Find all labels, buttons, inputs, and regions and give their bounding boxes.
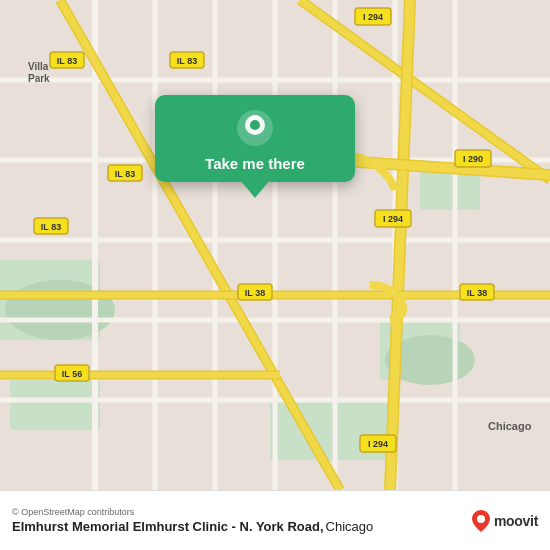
svg-point-2 <box>5 280 115 340</box>
svg-text:IL 38: IL 38 <box>245 288 265 298</box>
svg-text:I 290: I 290 <box>463 154 483 164</box>
bottom-bar: © OpenStreetMap contributors Elmhurst Me… <box>0 490 550 550</box>
take-me-there-button[interactable]: Take me there <box>205 155 305 172</box>
moovit-pin-icon <box>472 510 490 532</box>
moovit-label: moovit <box>494 513 538 529</box>
svg-text:I 294: I 294 <box>363 12 383 22</box>
svg-text:IL 38: IL 38 <box>467 288 487 298</box>
svg-point-61 <box>477 515 485 523</box>
svg-text:I 294: I 294 <box>368 439 388 449</box>
svg-rect-6 <box>10 380 100 430</box>
svg-text:IL 83: IL 83 <box>177 56 197 66</box>
map-area: IL 83 IL 83 IL 83 IL 83 IL 38 IL 38 IL 5… <box>0 0 550 490</box>
location-name: Elmhurst Memorial Elmhurst Clinic - N. Y… <box>12 519 324 534</box>
location-pin-icon <box>236 109 274 147</box>
location-info: © OpenStreetMap contributors Elmhurst Me… <box>12 507 373 534</box>
svg-text:IL 56: IL 56 <box>62 369 82 379</box>
svg-text:IL 83: IL 83 <box>41 222 61 232</box>
svg-text:IL 83: IL 83 <box>57 56 77 66</box>
svg-text:Chicago: Chicago <box>488 420 532 432</box>
svg-rect-5 <box>420 170 480 210</box>
moovit-logo: moovit <box>472 510 538 532</box>
location-popup[interactable]: Take me there <box>155 95 355 182</box>
location-city: Chicago <box>326 519 374 534</box>
svg-text:IL 83: IL 83 <box>115 169 135 179</box>
attribution-text: © OpenStreetMap contributors <box>12 507 373 517</box>
svg-text:Villa: Villa <box>28 61 49 72</box>
svg-text:Park: Park <box>28 73 50 84</box>
svg-point-60 <box>250 120 260 130</box>
svg-text:I 294: I 294 <box>383 214 403 224</box>
